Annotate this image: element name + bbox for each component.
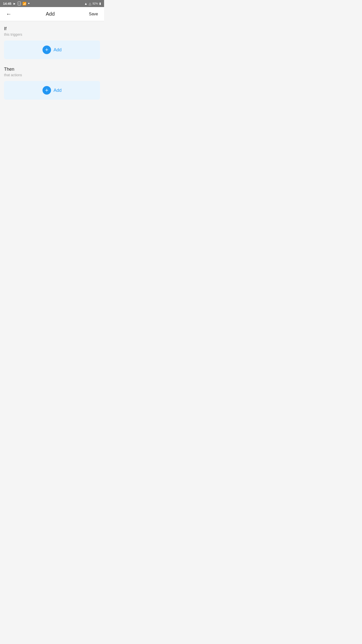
if-section-subtitle: this triggers — [4, 32, 100, 36]
back-arrow-icon: ← — [6, 11, 12, 17]
signal-icon: △ — [89, 2, 91, 6]
battery-percent: 92% — [93, 2, 98, 5]
then-add-label: Add — [54, 88, 62, 93]
then-section: Then that actions + Add — [4, 67, 100, 100]
instagram-icon: □ — [18, 2, 21, 6]
page-title: Add — [46, 11, 55, 17]
then-section-subtitle: that actions — [4, 73, 100, 77]
app-bar: ← Add Save — [0, 7, 104, 21]
then-plus-icon: + — [45, 88, 49, 93]
status-left: 14:45 ► □ 📶 • — [3, 2, 30, 6]
if-add-button[interactable]: + Add — [4, 41, 100, 59]
status-bar: 14:45 ► □ 📶 • ▲ △ 92% ▮ — [0, 0, 104, 7]
save-button[interactable]: Save — [87, 10, 100, 18]
battery-icon: ▮ — [99, 2, 101, 5]
dot-icon: • — [28, 3, 29, 5]
back-button[interactable]: ← — [4, 9, 14, 19]
then-add-button[interactable]: + Add — [4, 81, 100, 100]
then-section-title: Then — [4, 67, 100, 72]
if-section: If this triggers + Add — [4, 26, 100, 59]
status-time: 14:45 — [3, 2, 11, 6]
if-plus-icon: + — [45, 47, 49, 53]
then-add-circle: + — [42, 86, 51, 95]
if-add-circle: + — [42, 46, 51, 54]
status-right: ▲ △ 92% ▮ — [84, 2, 101, 6]
dino-icon: 📶 — [22, 2, 26, 6]
main-content: If this triggers + Add Then that actions… — [0, 21, 104, 225]
if-section-title: If — [4, 26, 100, 31]
if-add-label: Add — [54, 47, 62, 53]
location-icon: ► — [13, 2, 16, 6]
wifi-icon: ▲ — [84, 2, 87, 6]
